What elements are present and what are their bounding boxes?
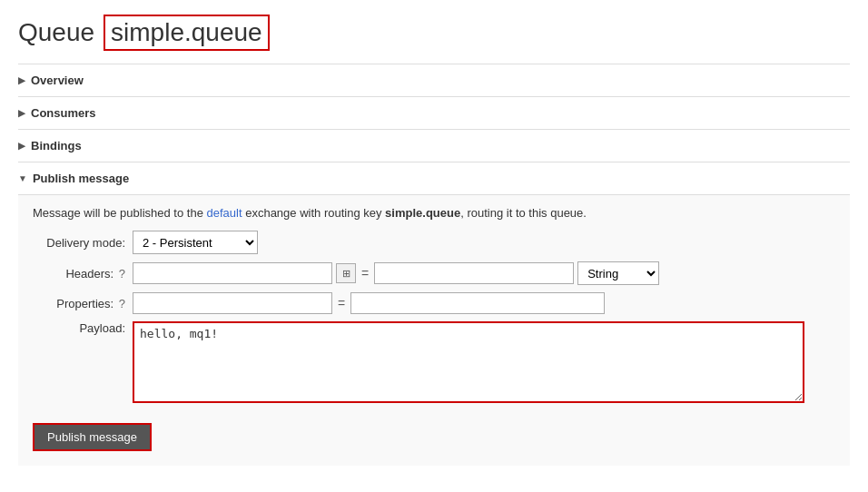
consumers-section: Consumers [18,96,850,129]
headers-eq: = [360,266,370,280]
headers-type-select[interactable]: String Number Boolean [577,261,659,285]
properties-row: Properties: ? = [33,292,835,314]
properties-eq: = [336,296,347,310]
queue-name: simple.queue [104,15,270,51]
overview-section: Overview [18,64,850,96]
delivery-mode-label: Delivery mode: [33,236,133,250]
info-text-middle: exchange with routing key [242,206,386,220]
headers-inputs: ⊞ = String Number Boolean [133,261,659,285]
headers-label: Headers: ? [33,267,133,280]
consumers-arrow-icon [18,108,25,118]
info-text-after: , routing it to this queue. [460,206,587,220]
info-text-before: Message will be published to the [33,206,207,220]
bindings-arrow-icon [18,141,25,151]
headers-key-input[interactable] [133,262,332,284]
payload-label: Payload: [33,321,133,335]
properties-label: Properties: ? [33,297,133,310]
publish-section: Publish message Message will be publishe… [18,162,850,466]
consumers-header[interactable]: Consumers [18,97,850,129]
routing-key: simple.queue [385,206,460,220]
default-exchange-link[interactable]: default [207,206,242,220]
headers-val-input[interactable] [374,262,574,284]
bindings-section: Bindings [18,129,850,162]
delivery-mode-select[interactable]: 1 - Non-persistent 2 - Persistent [133,231,258,254]
properties-help[interactable]: ? [119,297,125,310]
headers-row: Headers: ? ⊞ = String Number Boolean [33,261,835,285]
payload-row: Payload: [33,321,835,403]
bindings-header[interactable]: Bindings [18,130,850,162]
publish-label: Publish message [33,172,129,185]
payload-textarea[interactable] [133,321,804,403]
publish-message-button[interactable]: Publish message [33,423,152,451]
headers-grid-icon[interactable]: ⊞ [336,263,356,283]
publish-info: Message will be published to the default… [33,206,835,220]
delivery-mode-row: Delivery mode: 1 - Non-persistent 2 - Pe… [33,231,835,254]
properties-inputs: = [133,292,605,314]
bindings-label: Bindings [31,139,82,153]
page-title: Queue simple.queue [18,15,850,51]
publish-arrow-icon [18,173,27,183]
overview-header[interactable]: Overview [18,64,850,96]
publish-content: Message will be published to the default… [18,194,850,466]
headers-help[interactable]: ? [119,267,125,280]
consumers-label: Consumers [31,106,96,120]
properties-val-input[interactable] [350,292,605,314]
overview-label: Overview [31,74,84,87]
overview-arrow-icon [18,75,25,85]
properties-key-input[interactable] [133,292,332,314]
publish-header[interactable]: Publish message [18,162,850,194]
